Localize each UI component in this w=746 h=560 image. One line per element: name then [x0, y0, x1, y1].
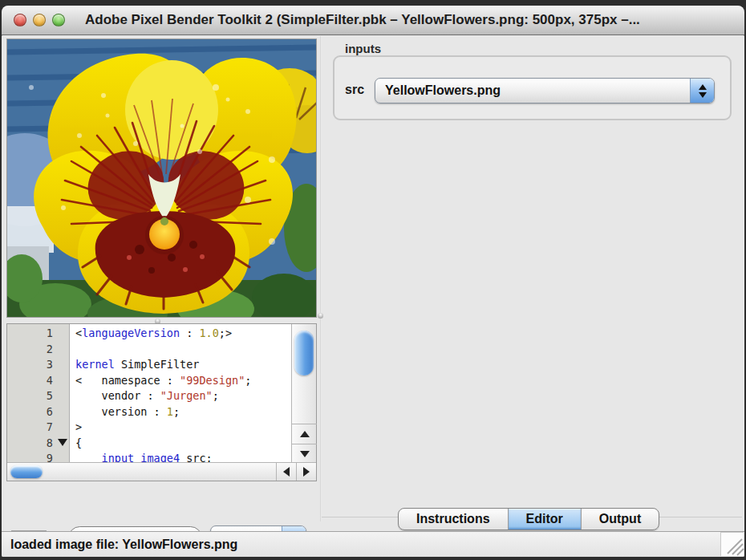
line-number: 2 — [7, 342, 53, 358]
code-line: version : 1; — [75, 404, 292, 420]
code-line: < namespace : "99Design"; — [75, 373, 292, 389]
inputs-group-label: inputs — [345, 42, 381, 55]
code-text-area[interactable]: <languageVersion : 1.0;> kernel SimpleFi… — [71, 324, 292, 463]
parameters-panel: inputs src YellowFlowers.png Instruction… — [322, 36, 744, 531]
arrow-down-icon — [300, 451, 310, 457]
tab-instructions[interactable]: Instructions — [399, 509, 509, 530]
arrow-left-icon — [283, 467, 290, 477]
line-number: 8 — [7, 436, 53, 452]
window-title: Adobe Pixel Bender Toolkit 2 (SimpleFilt… — [85, 12, 640, 28]
desktop: Adobe Pixel Bender Toolkit 2 (SimpleFilt… — [0, 0, 746, 560]
preview-image — [6, 39, 317, 318]
popup-stepper-icon — [690, 79, 714, 103]
tab-output[interactable]: Output — [582, 509, 659, 530]
scroll-up-button[interactable] — [292, 424, 317, 443]
code-line: vendor : "Jurgen"; — [75, 388, 292, 404]
code-line: <languageVersion : 1.0;> — [75, 326, 292, 342]
code-line — [75, 342, 292, 358]
scroll-left-button[interactable] — [276, 463, 296, 481]
line-number: 7 — [7, 420, 53, 436]
code-editor: 123456789 <languageVersion : 1.0;> kerne… — [6, 323, 317, 481]
line-number: 9 — [7, 451, 53, 463]
pansy-photo — [7, 39, 317, 318]
code-line: > — [75, 420, 292, 436]
vertical-scrollbar[interactable] — [291, 324, 316, 463]
horizontal-scrollbar[interactable] — [7, 462, 316, 481]
line-number: 6 — [7, 404, 53, 420]
resize-grip[interactable] — [720, 532, 744, 556]
minimize-button-icon[interactable] — [33, 14, 46, 26]
line-number: 3 — [7, 357, 53, 373]
line-number: 4 — [7, 373, 53, 389]
arrow-up-icon — [300, 431, 310, 437]
vertical-scroll-thumb[interactable] — [294, 331, 314, 375]
arrow-right-icon — [303, 467, 310, 477]
horizontal-scroll-thumb[interactable] — [10, 465, 43, 478]
src-input-select[interactable]: YellowFlowers.png — [375, 78, 715, 103]
view-tabbar: InstructionsEditorOutput — [398, 508, 659, 530]
traffic-lights — [14, 14, 65, 26]
app-window: Adobe Pixel Bender Toolkit 2 (SimpleFilt… — [2, 6, 744, 557]
code-line: { — [75, 436, 292, 452]
main-content: 123456789 <languageVersion : 1.0;> kerne… — [2, 36, 744, 531]
scroll-down-button[interactable] — [292, 444, 317, 463]
status-message: loaded image file: YellowFlowers.png — [10, 538, 237, 552]
code-line: kernel SimpleFilter — [75, 357, 292, 373]
src-input-value: YellowFlowers.png — [375, 83, 690, 98]
close-button-icon[interactable] — [14, 14, 26, 26]
code-line: input image4 src; — [75, 451, 292, 463]
zoom-button-icon[interactable] — [52, 14, 65, 26]
resize-grip-icon — [721, 533, 744, 557]
tab-editor[interactable]: Editor — [509, 509, 582, 530]
src-param-label: src — [345, 83, 364, 97]
line-number: 5 — [7, 388, 53, 404]
fold-disclosure-icon[interactable] — [58, 439, 67, 446]
status-bar: loaded image file: YellowFlowers.png — [2, 531, 744, 557]
line-number: 1 — [7, 326, 53, 342]
scroll-right-button[interactable] — [296, 463, 316, 481]
title-bar[interactable]: Adobe Pixel Bender Toolkit 2 (SimpleFilt… — [2, 6, 744, 35]
